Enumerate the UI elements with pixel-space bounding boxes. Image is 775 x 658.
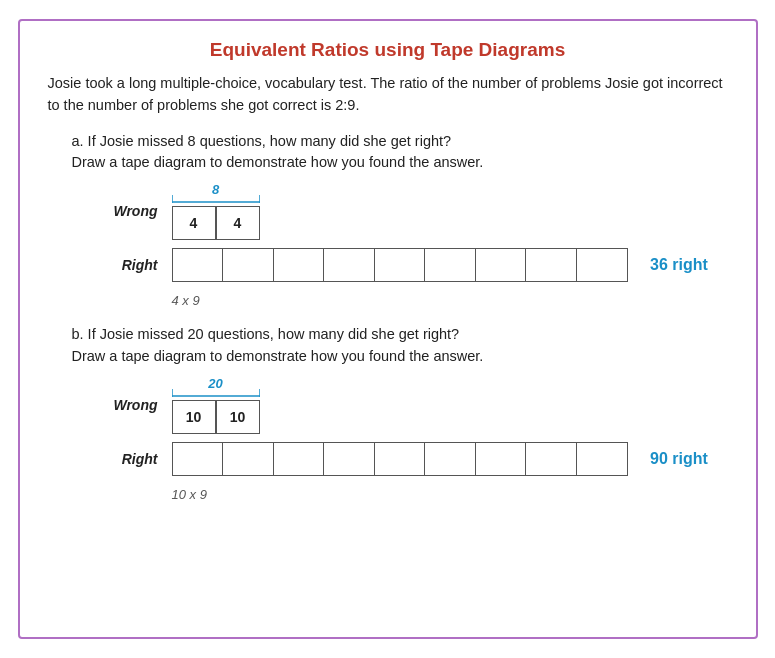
right-cell-b-8: [525, 442, 577, 476]
right-cell-b-3: [273, 442, 325, 476]
right-cell-b-1: [172, 442, 224, 476]
right-cell-b-7: [475, 442, 527, 476]
wrong-label-a: Wrong: [108, 203, 158, 219]
wrong-cell-a-1: 4: [216, 206, 260, 240]
formula-row-b: 10 x 9: [108, 487, 207, 502]
wrong-row-a: Wrong 8 4 4: [108, 182, 260, 240]
wrong-cell-b-1: 10: [216, 400, 260, 434]
right-cell-b-6: [424, 442, 476, 476]
right-cell-b-5: [374, 442, 426, 476]
wrong-cell-a-0: 4: [172, 206, 216, 240]
right-label-b: Right: [108, 451, 158, 467]
right-cell-a-4: [323, 248, 375, 282]
wrong-label-b: Wrong: [108, 397, 158, 413]
formula-a: 4 x 9: [172, 293, 200, 308]
right-cell-a-7: [475, 248, 527, 282]
right-row-b: Right 90 right: [108, 442, 708, 476]
right-cell-a-8: [525, 248, 577, 282]
formula-b: 10 x 9: [172, 487, 207, 502]
right-cell-a-3: [273, 248, 325, 282]
section-a: a. If Josie missed 8 questions, how many…: [48, 131, 728, 309]
answer-label-b: 90 right: [650, 450, 708, 468]
right-row-a: Right 36 right: [108, 248, 708, 282]
brace-svg-a: [172, 194, 260, 204]
brace-svg-b: [172, 388, 260, 398]
right-cell-a-9: [576, 248, 628, 282]
wrong-group-a: 8 4 4: [172, 182, 260, 240]
right-cell-a-1: [172, 248, 224, 282]
section-a-diagram: Wrong 8 4 4: [108, 182, 728, 308]
wrong-row-b: Wrong 20 10 10: [108, 376, 260, 434]
page-title: Equivalent Ratios using Tape Diagrams: [48, 39, 728, 61]
formula-row-a: 4 x 9: [108, 293, 200, 308]
right-cells-a: [172, 248, 627, 282]
wrong-group-b: 20 10 10: [172, 376, 260, 434]
section-b: b. If Josie missed 20 questions, how man…: [48, 324, 728, 502]
right-label-a: Right: [108, 257, 158, 273]
section-b-question: b. If Josie missed 20 questions, how man…: [72, 324, 728, 368]
right-cells-b: [172, 442, 627, 476]
answer-label-a: 36 right: [650, 256, 708, 274]
wrong-cell-b-0: 10: [172, 400, 216, 434]
right-cell-b-2: [222, 442, 274, 476]
intro-text: Josie took a long multiple-choice, vocab…: [48, 73, 728, 117]
right-cell-a-6: [424, 248, 476, 282]
section-b-diagram: Wrong 20 10 10: [108, 376, 728, 502]
right-cell-b-9: [576, 442, 628, 476]
right-cell-b-4: [323, 442, 375, 476]
page-container: Equivalent Ratios using Tape Diagrams Jo…: [18, 19, 758, 639]
section-a-question: a. If Josie missed 8 questions, how many…: [72, 131, 728, 175]
wrong-cells-a: 4 4: [172, 206, 260, 240]
wrong-cells-b: 10 10: [172, 400, 260, 434]
right-cell-a-5: [374, 248, 426, 282]
right-cell-a-2: [222, 248, 274, 282]
